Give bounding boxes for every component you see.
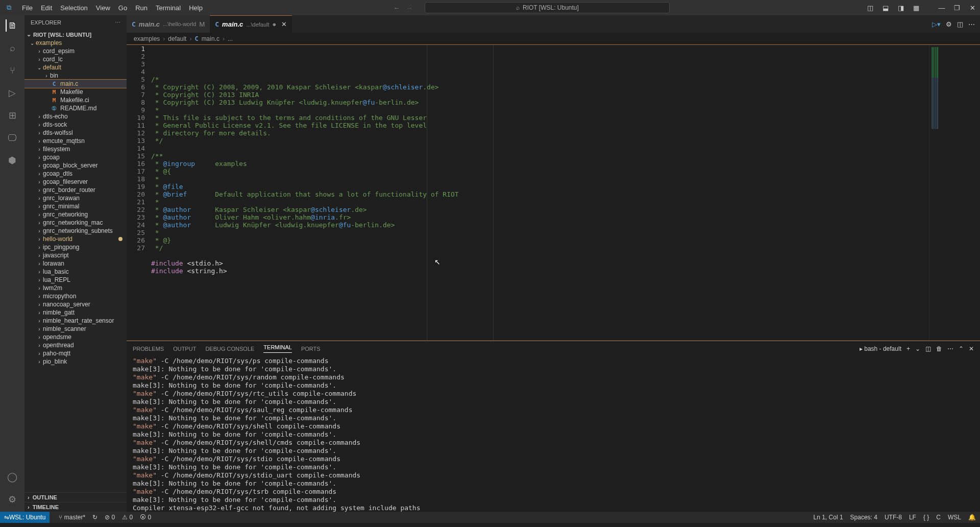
folder-micropython[interactable]: ›micropython bbox=[24, 292, 127, 300]
folder-ipc_pingpong[interactable]: ›ipc_pingpong bbox=[24, 243, 127, 251]
folder-examples[interactable]: ⌄examples bbox=[24, 39, 127, 47]
file-README.md[interactable]: ①README.md bbox=[24, 104, 127, 112]
folder-gcoap_fileserver[interactable]: ›gcoap_fileserver bbox=[24, 178, 127, 186]
source-control-icon[interactable]: ⑂ bbox=[6, 64, 18, 77]
minimap[interactable]: ████ ██ ███████ ██ ███████ ██ ███████ ██… bbox=[929, 45, 980, 340]
menu-file[interactable]: File bbox=[18, 4, 37, 12]
breadcrumb-item[interactable]: ... bbox=[228, 35, 233, 42]
cursor-position[interactable]: Ln 1, Col 1 bbox=[814, 514, 843, 521]
code-editor[interactable]: 1234567891011121314151617181920212223242… bbox=[127, 44, 980, 340]
folder-javascript[interactable]: ›javascript bbox=[24, 251, 127, 259]
folder-gnrc_networking[interactable]: ›gnrc_networking bbox=[24, 210, 127, 219]
folder-default[interactable]: ⌄default bbox=[24, 63, 127, 71]
folder-filesystem[interactable]: ›filesystem bbox=[24, 145, 127, 153]
folder-gnrc_lorawan[interactable]: ›gnrc_lorawan bbox=[24, 194, 127, 202]
nav-back-icon[interactable]: ← bbox=[393, 4, 400, 12]
more-icon[interactable]: ⋯ bbox=[968, 20, 975, 28]
folder-gnrc_networking_subnets[interactable]: ›gnrc_networking_subnets bbox=[24, 227, 127, 235]
file-Makefile[interactable]: MMakefile bbox=[24, 88, 127, 96]
remote-explorer-icon[interactable]: 🖵 bbox=[6, 132, 18, 144]
folder-gcoap_block_server[interactable]: ›gcoap_block_server bbox=[24, 161, 127, 170]
timeline-section[interactable]: › TIMELINE bbox=[24, 502, 127, 512]
layout-bottom-icon[interactable]: ⬓ bbox=[878, 4, 893, 12]
close-window-icon[interactable]: ✕ bbox=[965, 4, 980, 12]
run-debug-icon[interactable]: ▷ bbox=[6, 87, 18, 99]
sync-icon[interactable]: ↻ bbox=[92, 514, 97, 521]
folder-openthread[interactable]: ›openthread bbox=[24, 341, 127, 349]
account-icon[interactable]: ◯ bbox=[6, 471, 18, 483]
folder-dtls-wolfssl[interactable]: ›dtls-wolfssl bbox=[24, 129, 127, 137]
panel-tab-problems[interactable]: PROBLEMS bbox=[133, 346, 164, 352]
outline-section[interactable]: › OUTLINE bbox=[24, 492, 127, 502]
breadcrumb-item[interactable]: main.c bbox=[202, 35, 219, 42]
layout-grid-icon[interactable]: ▦ bbox=[909, 4, 924, 12]
folder-nanocoap_server[interactable]: ›nanocoap_server bbox=[24, 300, 127, 308]
settings-icon[interactable]: ⚙ bbox=[946, 20, 952, 28]
code-lines[interactable]: /* * Copyright (C) 2008, 2009, 2010 Kasp… bbox=[151, 45, 929, 340]
folder-dtls-sock[interactable]: ›dtls-sock bbox=[24, 121, 127, 129]
folder-gcoap[interactable]: ›gcoap bbox=[24, 153, 127, 161]
folder-nimble_heart_rate_sensor[interactable]: ›nimble_heart_rate_sensor bbox=[24, 317, 127, 325]
maximize-panel-icon[interactable]: ⌃ bbox=[959, 345, 964, 352]
folder-nimble_gatt[interactable]: ›nimble_gatt bbox=[24, 308, 127, 317]
ports-status[interactable]: ⦿ 0 bbox=[140, 514, 151, 521]
search-icon[interactable]: ⌕ bbox=[6, 42, 18, 54]
folder-lorawan[interactable]: ›lorawan bbox=[24, 259, 127, 268]
menu-terminal[interactable]: Terminal bbox=[152, 4, 185, 12]
panel-tab-ports[interactable]: PORTS bbox=[301, 346, 321, 352]
panel-tab-output[interactable]: OUTPUT bbox=[173, 346, 196, 352]
file-main.c[interactable]: Cmain.c bbox=[24, 80, 127, 88]
folder-emcute_mqttsn[interactable]: ›emcute_mqttsn bbox=[24, 137, 127, 145]
encoding[interactable]: UTF-8 bbox=[885, 514, 902, 521]
folder-cord_lc[interactable]: ›cord_lc bbox=[24, 55, 127, 63]
folder-hello-world[interactable]: ›hello-world bbox=[24, 235, 127, 243]
breadcrumb-item[interactable]: examples bbox=[134, 35, 160, 42]
nav-forward-icon[interactable]: → bbox=[406, 4, 412, 12]
menu-view[interactable]: View bbox=[92, 4, 114, 12]
menu-run[interactable]: Run bbox=[131, 4, 152, 12]
close-tab-icon[interactable]: ✕ bbox=[281, 20, 287, 28]
sidebar-more-icon[interactable]: ⋯ bbox=[115, 19, 120, 26]
terminal-shell[interactable]: ▸ bash - default bbox=[860, 345, 901, 352]
folder-gcoap_dtls[interactable]: ›gcoap_dtls bbox=[24, 170, 127, 178]
split-icon[interactable]: ◫ bbox=[957, 20, 963, 28]
wsl-status[interactable]: WSL bbox=[948, 514, 961, 521]
problems-errors[interactable]: ⊘ 0 bbox=[105, 514, 115, 521]
panel-tab-debug-console[interactable]: DEBUG CONSOLE bbox=[205, 346, 254, 352]
folder-bin[interactable]: ›bin bbox=[24, 71, 127, 80]
editor-tab[interactable]: Cmain.c ...\hello-world M bbox=[127, 15, 210, 33]
workspace-root[interactable]: ⌄ RIOT [WSL: UBUNTU] bbox=[24, 30, 127, 39]
folder-lua_REPL[interactable]: ›lua_REPL bbox=[24, 276, 127, 284]
folder-gnrc_border_router[interactable]: ›gnrc_border_router bbox=[24, 186, 127, 194]
editor-tab[interactable]: Cmain.c ...\default ●✕ bbox=[210, 15, 292, 33]
folder-cord_epsim[interactable]: ›cord_epsim bbox=[24, 47, 127, 55]
git-branch[interactable]: ⑂ master* bbox=[59, 514, 85, 521]
breadcrumb-item[interactable]: default bbox=[168, 35, 186, 42]
split-terminal-icon[interactable]: ◫ bbox=[925, 345, 931, 352]
folder-nimble_scanner[interactable]: ›nimble_scanner bbox=[24, 325, 127, 333]
folder-opendsme[interactable]: ›opendsme bbox=[24, 333, 127, 341]
close-panel-icon[interactable]: ✕ bbox=[969, 345, 974, 352]
menu-go[interactable]: Go bbox=[114, 4, 131, 12]
folder-pio_blink[interactable]: ›pio_blink bbox=[24, 357, 127, 366]
riot-icon[interactable]: ⬢ bbox=[6, 154, 18, 166]
menu-selection[interactable]: Selection bbox=[56, 4, 91, 12]
eol[interactable]: LF bbox=[909, 514, 916, 521]
problems-warnings[interactable]: ⚠ 0 bbox=[122, 514, 133, 521]
minimize-icon[interactable]: ― bbox=[934, 4, 949, 12]
folder-lwm2m[interactable]: ›lwm2m bbox=[24, 284, 127, 292]
notifications-icon[interactable]: 🔔 bbox=[968, 514, 976, 521]
panel-tab-terminal[interactable]: TERMINAL bbox=[263, 344, 292, 353]
braces[interactable]: { } bbox=[923, 514, 929, 521]
settings-gear-icon[interactable]: ⚙ bbox=[6, 493, 18, 506]
remote-indicator[interactable]: ⇋ WSL: Ubuntu bbox=[0, 512, 50, 523]
terminal-dropdown-icon[interactable]: ⌄ bbox=[915, 345, 920, 352]
explorer-icon[interactable]: 🗎 bbox=[6, 19, 18, 32]
file-Makefile.ci[interactable]: MMakefile.ci bbox=[24, 96, 127, 104]
folder-lua_basic[interactable]: ›lua_basic bbox=[24, 268, 127, 276]
folder-dtls-echo[interactable]: ›dtls-echo bbox=[24, 112, 127, 121]
command-center[interactable]: ⌕ RIOT [WSL: Ubuntu] bbox=[425, 2, 670, 13]
new-terminal-icon[interactable]: + bbox=[906, 345, 910, 352]
maximize-icon[interactable]: ❐ bbox=[949, 4, 965, 12]
layout-right-icon[interactable]: ◨ bbox=[893, 4, 909, 12]
